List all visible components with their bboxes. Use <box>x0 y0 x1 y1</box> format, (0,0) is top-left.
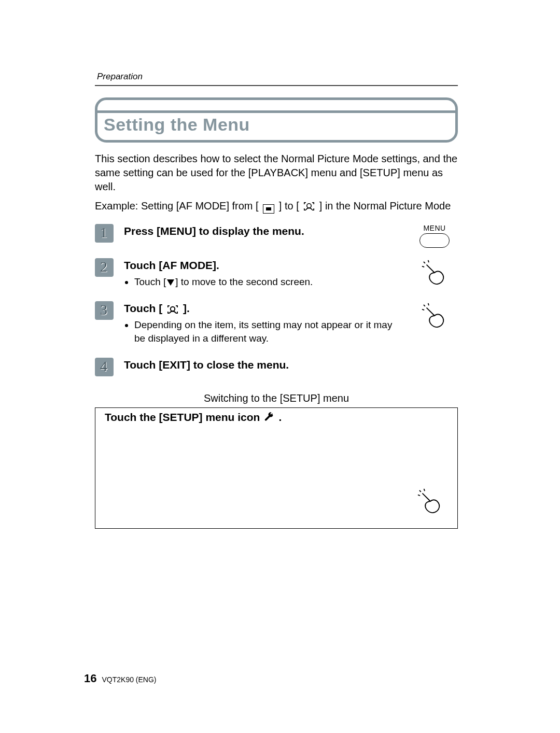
callout-period: . <box>278 411 282 424</box>
step-3: 3 Touch [ ]. Depending on the item, its … <box>95 301 458 347</box>
step-bullets: Depending on the item, its setting may n… <box>124 318 401 345</box>
svg-rect-13 <box>177 305 178 307</box>
svg-point-0 <box>307 204 311 208</box>
intro-text: This section describes how to select the… <box>95 152 458 194</box>
example-text: Example: Setting [AF MODE] from [ ] to [… <box>95 198 458 214</box>
svg-rect-15 <box>167 312 169 314</box>
face-detect-icon <box>167 305 178 314</box>
callout-text: Touch the [SETUP] menu icon <box>105 411 260 424</box>
svg-rect-6 <box>304 208 305 210</box>
step-2: 2 Touch [AF MODE]. Touch [] to move to t… <box>95 258 458 291</box>
callout-title: Switching to the [SETUP] menu <box>95 390 458 408</box>
step-badge: 2 <box>95 258 114 277</box>
svg-rect-17 <box>177 312 178 314</box>
menu-button-graphic: MENU <box>419 224 450 248</box>
bullet-text-suffix: ] to move to the second screen. <box>175 276 313 287</box>
svg-rect-11 <box>167 305 169 307</box>
touch-hand-icon <box>420 301 449 332</box>
bullet-item: Touch [] to move to the second screen. <box>134 275 401 289</box>
example-mid: ] to [ <box>279 200 299 212</box>
step-4: 4 Touch [EXIT] to close the menu. <box>95 358 458 376</box>
step-number: 4 <box>101 359 108 375</box>
step-bullets: Touch [] to move to the second screen. <box>124 275 401 289</box>
menu-button-oval-icon <box>419 233 450 248</box>
step-badge: 3 <box>95 301 114 320</box>
title-box: Setting the Menu <box>95 97 458 143</box>
svg-point-9 <box>171 307 175 311</box>
step-1: 1 Press [MENU] to display the menu. MENU <box>95 224 458 248</box>
svg-rect-4 <box>314 202 315 204</box>
down-triangle-icon <box>167 279 174 286</box>
step-title: Touch [ ]. <box>124 301 401 315</box>
menu-button-label: MENU <box>423 224 445 232</box>
bullet-text-prefix: Touch [ <box>134 276 166 287</box>
wrench-icon <box>264 411 274 424</box>
page-number: 16 <box>84 672 96 685</box>
footer: 16 VQT2K90 (ENG) <box>84 672 157 685</box>
step-badge: 4 <box>95 358 114 376</box>
svg-rect-2 <box>304 202 305 204</box>
step-title: Touch [EXIT] to close the menu. <box>124 358 401 372</box>
step-number: 2 <box>101 259 108 276</box>
step-badge: 1 <box>95 224 114 243</box>
step-title-suffix: ]. <box>183 302 190 314</box>
callout-body: Touch the [SETUP] menu icon . <box>105 411 448 424</box>
step-number: 1 <box>101 225 108 242</box>
page-title: Setting the Menu <box>104 115 449 135</box>
face-detect-icon <box>303 202 315 211</box>
steps-list: 1 Press [MENU] to display the menu. MENU… <box>95 224 458 376</box>
single-area-af-icon <box>263 204 274 214</box>
step-number: 3 <box>101 302 108 319</box>
step-title: Touch [AF MODE]. <box>124 258 401 272</box>
svg-rect-8 <box>314 208 315 210</box>
example-suffix: ] in the Normal Picture Mode <box>319 200 451 212</box>
example-prefix: Example: Setting [AF MODE] from [ <box>95 200 259 212</box>
document-id: VQT2K90 (ENG) <box>102 675 156 684</box>
step-title-prefix: Touch [ <box>124 302 162 314</box>
setup-callout: Switching to the [SETUP] menu Touch the … <box>95 390 458 529</box>
step-title: Press [MENU] to display the menu. <box>124 224 401 238</box>
touch-hand-icon <box>420 258 449 289</box>
touch-hand-icon <box>416 487 445 518</box>
section-label: Preparation <box>95 72 458 82</box>
bullet-item: Depending on the item, its setting may n… <box>134 318 401 345</box>
divider <box>95 85 458 86</box>
